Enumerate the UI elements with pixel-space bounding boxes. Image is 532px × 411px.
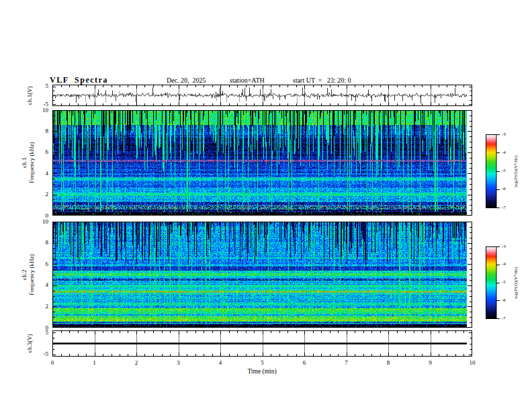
colorbar2-tick: -4 <box>502 261 506 267</box>
colorbar2-tick: -3 <box>502 244 506 250</box>
colorbar1-tick: -5 <box>502 168 506 174</box>
ch1-spec-ylabel-line1: ch.1 <box>21 126 28 199</box>
ch1-spectrogram-canvas <box>52 110 472 216</box>
colorbar1-tick: -4 <box>502 150 506 156</box>
x-tick-label: 5 <box>256 359 269 367</box>
ch2-spec-ytick: 6 <box>34 261 48 268</box>
ch2-spec-ylabel-line1: ch.2 <box>21 238 28 312</box>
ch2-spec-ytick: 4 <box>34 281 48 289</box>
colorbar1-canvas <box>486 134 500 208</box>
ch2-spec-ylabel: ch.2 Frequency (kHz) <box>21 238 37 312</box>
colorbar2-tick: -7 <box>502 316 506 322</box>
ch2-spec-ylabel-line2: Frequency (kHz) <box>28 238 36 312</box>
header-date: Dec. 20, 2025 <box>167 77 206 84</box>
ch1-wave-ytick: -5 <box>34 101 48 108</box>
ch1-spec-ylabel-line2: Frequency (kHz) <box>28 126 36 199</box>
ch1-spec-ytick: 2 <box>34 191 48 198</box>
x-axis-label: Time (min) <box>228 368 296 375</box>
x-tick-label: 1 <box>88 359 101 367</box>
colorbar2-label: log(PSD)(V²/Hz) <box>512 249 519 316</box>
x-tick-label: 3 <box>172 359 185 367</box>
ch1-spec-ytick: 8 <box>34 128 48 135</box>
ch1-spec-ylabel: ch.1 Frequency (kHz) <box>21 126 37 199</box>
x-tick-label: 6 <box>298 359 311 367</box>
ch1-wave-ytick: 5 <box>34 83 48 90</box>
colorbar2-tick: -5 <box>502 279 506 285</box>
colorbar2-canvas <box>486 246 500 319</box>
colorbar1-tick: -6 <box>502 186 506 192</box>
ch3-wave-ytick: 5 <box>34 329 48 336</box>
ch2-spec-ytick: 8 <box>34 239 48 246</box>
x-tick-label: 0 <box>46 359 59 367</box>
x-tick-label: 9 <box>424 359 437 367</box>
ch3-wave-ytick: -5 <box>34 351 48 358</box>
vlf-spectra-figure: VLF Spectra Dec. 20, 2025 station=ATH st… <box>0 0 532 411</box>
ch1-waveform-canvas <box>52 85 472 106</box>
x-tick-label: 10 <box>466 359 479 367</box>
header-start-ut: start UT = 23: 20: 0 <box>293 77 351 84</box>
ch1-spec-ytick: 4 <box>34 170 48 177</box>
colorbar2-tick: -6 <box>502 298 506 304</box>
ch2-spectrogram-canvas <box>52 222 472 328</box>
header-station: station=ATH <box>230 77 265 84</box>
x-tick-label: 8 <box>382 359 395 367</box>
colorbar1-tick: -7 <box>502 205 506 211</box>
ch3-waveform-canvas <box>52 330 472 357</box>
colorbar1-label: log(PSD)(V²/Hz) <box>512 138 519 205</box>
x-tick-label: 4 <box>214 359 227 367</box>
figure-title: VLF Spectra <box>50 75 108 85</box>
ch2-spec-ytick: 10 <box>34 218 48 226</box>
x-tick-label: 2 <box>130 359 143 367</box>
x-tick-label: 7 <box>340 359 353 367</box>
ch2-spec-ytick: 2 <box>34 303 48 310</box>
colorbar1-tick: -3 <box>502 132 506 138</box>
ch1-spec-ytick: 6 <box>34 148 48 156</box>
